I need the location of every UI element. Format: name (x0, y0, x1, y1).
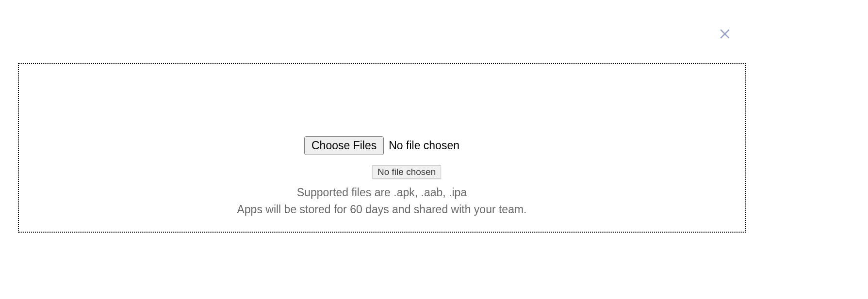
storage-info-text: Apps will be stored for 60 days and shar… (237, 201, 526, 218)
file-dropzone[interactable]: Choose Files No file chosen No file chos… (18, 63, 746, 233)
choose-files-button[interactable]: Choose Files (304, 136, 384, 155)
file-status-tooltip: No file chosen (372, 165, 441, 179)
close-icon[interactable] (718, 27, 732, 41)
supported-files-text: Supported files are .apk, .aab, .ipa (297, 184, 467, 201)
file-chosen-status: No file chosen (389, 139, 459, 152)
file-input-row: Choose Files No file chosen No file chos… (304, 136, 459, 155)
